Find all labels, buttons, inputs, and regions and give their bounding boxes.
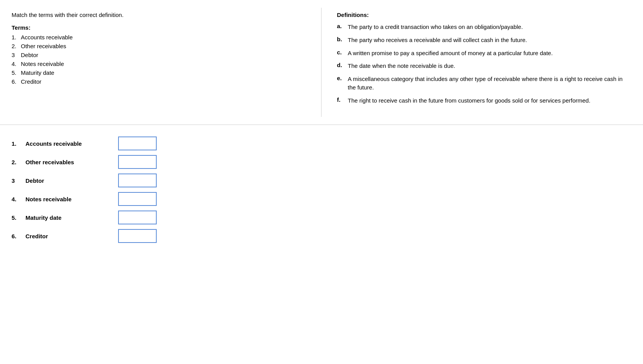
- definitions-list: a.The party to a credit transaction who …: [337, 23, 631, 104]
- def-text: The right to receive cash in the future …: [348, 96, 631, 105]
- answer-term-label: Notes receivable: [25, 196, 118, 202]
- bottom-section: 1. Accounts receivable 2. Other receivab…: [0, 125, 643, 259]
- answer-term-label: Other receivables: [25, 159, 118, 165]
- def-text: The date when the note receivable is due…: [348, 62, 631, 70]
- answer-input-2[interactable]: [118, 155, 157, 169]
- answer-list: 1. Accounts receivable 2. Other receivab…: [12, 136, 631, 243]
- top-section: Match the terms with their correct defin…: [0, 0, 643, 125]
- term-item: 1.Accounts receivable: [12, 34, 310, 40]
- terms-list: 1.Accounts receivable2.Other receivables…: [12, 34, 310, 85]
- instruction-text: Match the terms with their correct defin…: [12, 12, 310, 18]
- answer-number: 2.: [12, 159, 25, 165]
- term-number: 3: [12, 52, 21, 58]
- answer-number: 4.: [12, 196, 25, 202]
- answer-item: 6. Creditor: [12, 229, 631, 243]
- definitions-heading: Definitions:: [337, 12, 631, 18]
- def-letter: d.: [337, 62, 348, 68]
- answer-item: 2. Other receivables: [12, 155, 631, 169]
- term-label: Notes receivable: [21, 61, 64, 67]
- definition-item: c.A written promise to pay a specified a…: [337, 49, 631, 57]
- answer-input-6[interactable]: [118, 229, 157, 243]
- definition-item: e.A miscellaneous category that includes…: [337, 75, 631, 92]
- def-letter: b.: [337, 36, 348, 42]
- def-letter: a.: [337, 23, 348, 29]
- answer-term-label: Accounts receivable: [25, 140, 118, 147]
- term-item: 6.Creditor: [12, 78, 310, 85]
- term-number: 2.: [12, 43, 21, 49]
- answer-term-label: Maturity date: [25, 214, 118, 221]
- term-number: 4.: [12, 61, 21, 67]
- answer-number: 3: [12, 177, 25, 184]
- def-text: The party to a credit transaction who ta…: [348, 23, 631, 31]
- answer-input-1[interactable]: [118, 136, 157, 150]
- term-item: 2.Other receivables: [12, 43, 310, 49]
- term-number: 1.: [12, 34, 21, 40]
- answer-input-4[interactable]: [118, 192, 157, 206]
- term-item: 5.Maturity date: [12, 69, 310, 76]
- answer-term-label: Debtor: [25, 177, 118, 184]
- left-panel: Match the terms with their correct defin…: [0, 8, 322, 117]
- definition-item: d.The date when the note receivable is d…: [337, 62, 631, 70]
- right-panel: Definitions: a.The party to a credit tra…: [322, 8, 643, 117]
- answer-number: 6.: [12, 233, 25, 239]
- answer-input-3[interactable]: [118, 174, 157, 187]
- term-label: Other receivables: [21, 43, 66, 49]
- term-label: Creditor: [21, 78, 41, 85]
- answer-number: 5.: [12, 214, 25, 221]
- term-number: 5.: [12, 69, 21, 76]
- term-item: 3Debtor: [12, 52, 310, 58]
- answer-item: 3 Debtor: [12, 174, 631, 187]
- def-letter: f.: [337, 96, 348, 103]
- def-letter: c.: [337, 49, 348, 56]
- term-label: Maturity date: [21, 69, 54, 76]
- term-label: Debtor: [21, 52, 38, 58]
- def-text: A written promise to pay a specified amo…: [348, 49, 631, 57]
- term-number: 6.: [12, 78, 21, 85]
- answer-number: 1.: [12, 140, 25, 147]
- definition-item: a.The party to a credit transaction who …: [337, 23, 631, 31]
- terms-heading: Terms:: [12, 24, 310, 31]
- def-text: A miscellaneous category that includes a…: [348, 75, 631, 92]
- answer-item: 1. Accounts receivable: [12, 136, 631, 150]
- answer-item: 5. Maturity date: [12, 211, 631, 224]
- answer-term-label: Creditor: [25, 233, 118, 239]
- term-label: Accounts receivable: [21, 34, 73, 40]
- term-item: 4.Notes receivable: [12, 61, 310, 67]
- answer-item: 4. Notes receivable: [12, 192, 631, 206]
- definition-item: b.The party who receives a receivable an…: [337, 36, 631, 44]
- definition-item: f.The right to receive cash in the futur…: [337, 96, 631, 105]
- def-letter: e.: [337, 75, 348, 81]
- def-text: The party who receives a receivable and …: [348, 36, 631, 44]
- answer-input-5[interactable]: [118, 211, 157, 224]
